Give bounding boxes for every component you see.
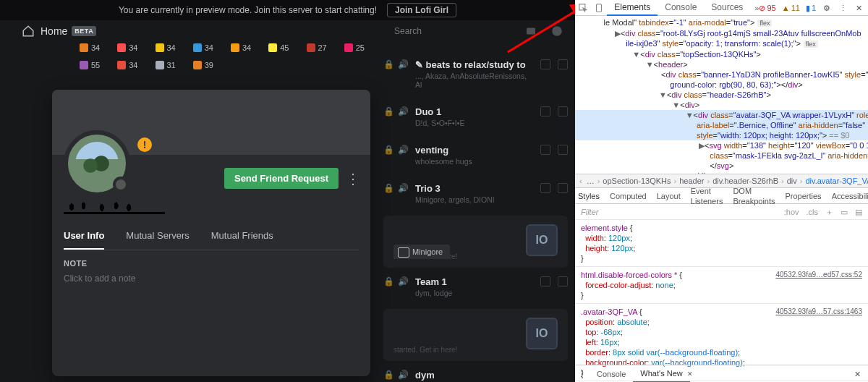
styles-tab[interactable]: Layout [657, 191, 681, 201]
activity-icon[interactable] [558, 276, 568, 286]
speaker-icon: 🔊 [398, 145, 408, 155]
join-server-button[interactable]: Join Lofi Girl [387, 3, 456, 17]
devtools-pane-tabs: Elements Console Sources [607, 0, 750, 16]
dom-tree[interactable]: le Modal" tabindex="-1" aria-modal="true… [575, 16, 868, 174]
styles-pane-icon[interactable]: ▤ [855, 207, 862, 217]
video-icon[interactable] [540, 276, 550, 286]
home-label: Home [41, 25, 67, 37]
activity-icon[interactable] [558, 183, 568, 193]
styles-tab[interactable]: Computed [610, 191, 647, 201]
close-drawer[interactable]: ✕ [854, 369, 868, 379]
tab-mutual-servers[interactable]: Mutual Servers [126, 230, 189, 250]
styles-tab[interactable]: Event Listeners [691, 186, 723, 206]
member-badge: 45 [268, 43, 289, 52]
member-badge: 39 [193, 61, 213, 69]
tab-mutual-friends[interactable]: Mutual Friends [211, 230, 273, 250]
send-friend-request-button[interactable]: Send Friend Request [224, 168, 339, 189]
voice-channel[interactable]: 🔒🔊✎ beats to relax/study to..., Akaza, A… [383, 51, 568, 98]
activity-icon[interactable] [558, 145, 568, 155]
video-icon[interactable] [540, 59, 550, 69]
styles-tab[interactable]: DOM Breakpoints [733, 186, 775, 206]
member-badge: 34 [117, 61, 137, 69]
drawer-console[interactable]: Console [590, 366, 633, 382]
styles-filter[interactable]: Filter [575, 207, 784, 217]
close-devtools[interactable]: ✕ [854, 3, 864, 13]
voice-channel[interactable]: 🔒🔊ventingwholesome hugs [383, 136, 568, 174]
voice-channel[interactable]: 🔒🔊Duo 1D!d, S•O•F•I•E [383, 98, 568, 136]
gear-icon[interactable]: ⚙ [822, 3, 832, 13]
member-badge: 31 [156, 61, 176, 69]
speaker-icon: 🔊 [398, 276, 408, 286]
tab-elements[interactable]: Elements [607, 0, 658, 16]
voice-channel[interactable]: 🔒🔊dym [383, 361, 568, 382]
member-badge: 34 [193, 43, 213, 52]
svg-point-1 [552, 26, 562, 36]
channel-list: 🔒🔊✎ beats to relax/study to..., Akaza, A… [383, 51, 568, 382]
profile-more-button[interactable] [346, 168, 360, 190]
info-count[interactable]: 1 [812, 3, 816, 13]
video-icon[interactable] [540, 145, 550, 155]
tab-console[interactable]: Console [658, 0, 704, 16]
tab-user-info[interactable]: User Info [64, 230, 104, 250]
styles-filter-row: Filter :hov .cls ＋ ▭ ▤ [575, 204, 868, 220]
cls-toggle[interactable]: .cls [807, 207, 819, 217]
activity-icon[interactable] [558, 106, 568, 116]
note-label: NOTE [64, 259, 359, 268]
top-icon-row [524, 25, 563, 38]
toggle-device-icon[interactable]: ▭ [841, 207, 848, 217]
video-icon[interactable] [540, 183, 550, 193]
pending-badge: ! [137, 137, 152, 152]
close-tab-icon[interactable]: ✕ [687, 369, 693, 379]
preview-banner: You are currently in preview mode. Join … [0, 0, 575, 20]
badge-row-1: 3434343434452725 [80, 43, 365, 52]
member-badge: 55 [80, 61, 100, 69]
drawer-menu[interactable]: ⋮ [575, 369, 590, 379]
preview-text: You are currently in preview mode. Join … [119, 5, 377, 15]
member-badge: 34 [156, 43, 176, 52]
discord-app: You are currently in preview mode. Join … [0, 0, 575, 382]
speaker-icon: 🔊 [398, 59, 408, 69]
stream-card[interactable]: IOstarted. Get in here! [383, 216, 568, 268]
device-icon[interactable] [591, 3, 607, 13]
drawer: ⋮ Console What's New ✕ ✕ [575, 365, 868, 382]
hov-toggle[interactable]: :hov [784, 207, 799, 217]
video-icon[interactable] [540, 106, 550, 116]
badge-row-2: 55343139 [80, 61, 213, 69]
voice-channel[interactable]: 🔒🔊Trio 3Minigore, argels, DIONI [383, 174, 568, 213]
user-profile-modal: ! Send Friend Request User Info Mutual S… [52, 90, 370, 376]
inspect-icon[interactable] [575, 3, 591, 13]
chrome-devtools: Elements Console Sources » ⊘95 ▲11 ▮1 ⚙ … [575, 0, 868, 382]
voice-channel[interactable]: 🔒🔊Team 1dym, lodge [383, 268, 568, 306]
home-icon [22, 25, 36, 38]
search-input[interactable]: Search [394, 26, 481, 36]
profile-tabs: User Info Mutual Servers Mutual Friends [64, 230, 359, 250]
activity-icon[interactable] [558, 59, 568, 69]
lock-icon: 🔒 [383, 276, 391, 286]
styles-tabs: StylesComputedLayoutEvent ListenersDOM B… [575, 188, 868, 204]
devtools-tabbar: Elements Console Sources » ⊘95 ▲11 ▮1 ⚙ … [575, 0, 868, 16]
home-header: Home BETA [22, 25, 96, 38]
lock-icon: 🔒 [383, 145, 391, 155]
note-section: NOTE Click to add a note [64, 259, 359, 284]
styles-tab[interactable]: Styles [578, 191, 600, 201]
drawer-whatsnew[interactable]: What's New [633, 365, 689, 383]
note-input[interactable]: Click to add a note [64, 273, 359, 284]
lock-icon: 🔒 [383, 106, 391, 116]
new-rule-icon[interactable]: ＋ [825, 207, 833, 217]
error-count[interactable]: 95 [767, 3, 775, 13]
tab-sources[interactable]: Sources [704, 0, 750, 16]
member-badge: 34 [117, 43, 137, 52]
screen-share-pill[interactable]: Minigore [393, 245, 450, 259]
styles-tab[interactable]: Properties [785, 191, 821, 201]
inbox-icon[interactable] [524, 25, 537, 38]
styles-tab[interactable]: Accessibility [832, 191, 868, 201]
stream-card[interactable]: IOstarted. Get in here! [383, 309, 568, 361]
lock-icon: 🔒 [383, 183, 391, 193]
lock-icon: 🔒 [383, 59, 391, 69]
devtools-menu[interactable]: ⋮ [838, 3, 848, 13]
warn-count[interactable]: 11 [791, 3, 800, 13]
styles-rules[interactable]: element.style { width: 120px; height: 12… [575, 220, 868, 382]
speaker-icon: 🔊 [398, 183, 408, 193]
devtools-status: ⊘95 ▲11 ▮1 ⚙ ⋮ ✕ [759, 3, 868, 13]
help-icon[interactable] [550, 25, 563, 38]
